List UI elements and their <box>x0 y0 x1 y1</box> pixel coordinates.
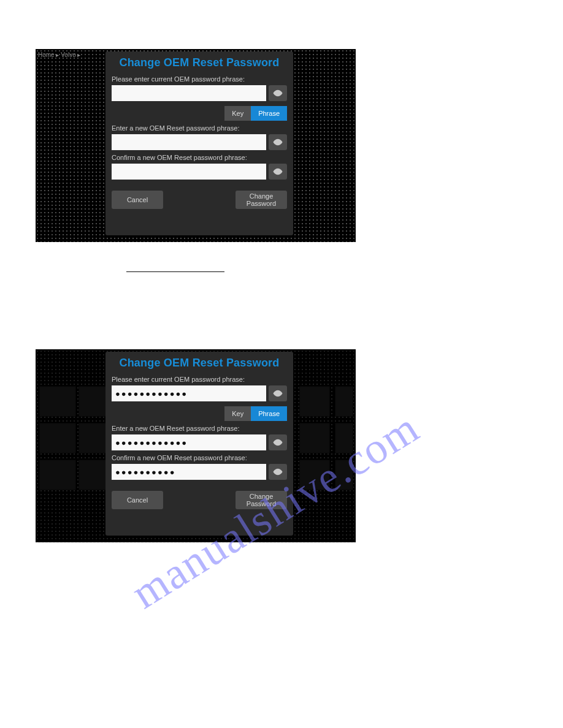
phrase-tab[interactable]: Phrase <box>251 406 287 421</box>
eye-icon[interactable] <box>269 85 287 101</box>
cancel-button[interactable]: Cancel <box>112 191 163 209</box>
eye-icon[interactable] <box>269 464 287 480</box>
svg-point-1 <box>277 141 280 144</box>
key-phrase-toggle: Key Phrase <box>112 406 287 421</box>
eye-icon[interactable] <box>269 164 287 180</box>
new-password-input[interactable] <box>112 134 266 150</box>
eye-icon[interactable] <box>269 134 287 150</box>
eye-icon[interactable] <box>269 434 287 450</box>
label-confirm-password: Confirm a new OEM Reset password phrase: <box>112 454 287 461</box>
phrase-tab[interactable]: Phrase <box>251 106 287 121</box>
change-password-dialog: Change OEM Reset Password Please enter c… <box>105 51 293 235</box>
label-confirm-password: Confirm a new OEM Reset password phrase: <box>112 154 287 161</box>
confirm-password-input[interactable] <box>112 464 266 480</box>
svg-point-3 <box>277 392 280 395</box>
change-password-button[interactable]: Change Password <box>236 491 287 509</box>
label-current-password: Please enter current OEM password phrase… <box>112 376 287 383</box>
label-current-password: Please enter current OEM password phrase… <box>112 75 287 83</box>
new-password-input[interactable] <box>112 434 266 450</box>
svg-point-0 <box>277 92 280 95</box>
current-password-input[interactable] <box>112 385 266 401</box>
separator-line <box>126 271 224 272</box>
key-tab[interactable]: Key <box>224 106 251 121</box>
screenshot-1: Home ▸ Volvo ▸ Change OEM Reset Password… <box>36 49 356 242</box>
key-tab[interactable]: Key <box>224 406 251 421</box>
breadcrumb: Home ▸ Volvo ▸ <box>38 51 80 58</box>
cancel-button[interactable]: Cancel <box>112 491 163 509</box>
change-password-dialog: Change OEM Reset Password Please enter c… <box>105 352 293 536</box>
screenshot-2: Change OEM Reset Password Please enter c… <box>36 349 356 542</box>
svg-point-4 <box>277 441 280 444</box>
svg-point-5 <box>277 471 280 474</box>
dialog-title: Change OEM Reset Password <box>112 56 287 69</box>
confirm-password-input[interactable] <box>112 164 266 180</box>
dialog-title: Change OEM Reset Password <box>112 357 287 370</box>
key-phrase-toggle: Key Phrase <box>112 106 287 121</box>
label-new-password: Enter a new OEM Reset password phrase: <box>112 425 287 432</box>
change-password-button[interactable]: Change Password <box>236 191 287 209</box>
current-password-input[interactable] <box>112 85 266 101</box>
eye-icon[interactable] <box>269 385 287 401</box>
label-new-password: Enter a new OEM Reset password phrase: <box>112 124 287 132</box>
svg-point-2 <box>277 170 280 173</box>
